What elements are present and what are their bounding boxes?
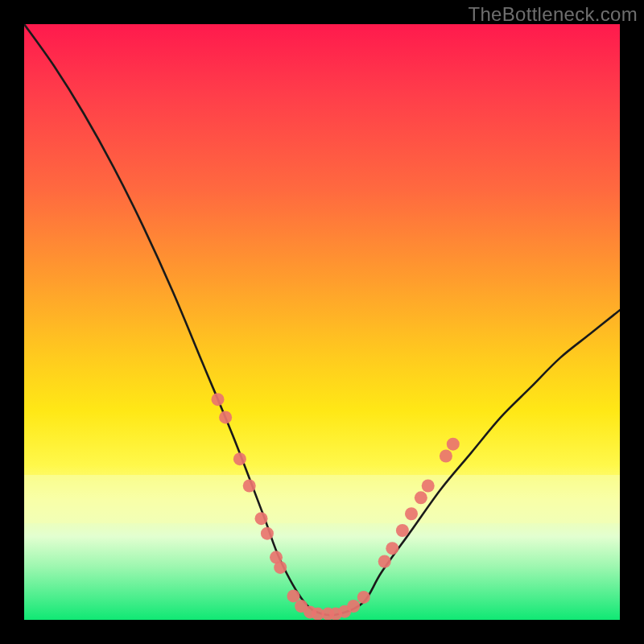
curve-dot bbox=[219, 411, 232, 423]
bottleneck-curve bbox=[24, 24, 620, 615]
curve-dot bbox=[422, 480, 435, 493]
curve-dot bbox=[243, 480, 256, 493]
curve-dot bbox=[287, 589, 299, 602]
chart-svg bbox=[24, 24, 620, 620]
curve-dot bbox=[396, 524, 409, 537]
chart-frame: TheBottleneck.com bbox=[0, 0, 644, 644]
curve-dot bbox=[274, 561, 287, 574]
curve-dot bbox=[212, 393, 225, 406]
glow-band bbox=[24, 475, 620, 523]
curve-dot bbox=[233, 452, 246, 465]
curve-dot bbox=[378, 555, 391, 568]
curve-dot bbox=[447, 438, 460, 451]
plot-area bbox=[24, 24, 620, 620]
curve-dot bbox=[405, 507, 418, 520]
curve-dot bbox=[255, 512, 268, 525]
watermark-text: TheBottleneck.com bbox=[468, 3, 638, 26]
curve-dot bbox=[347, 600, 360, 613]
curve-dot bbox=[357, 591, 370, 604]
curve-dot bbox=[440, 450, 452, 463]
curve-dot bbox=[386, 542, 398, 555]
curve-dot bbox=[261, 527, 274, 540]
curve-dot bbox=[415, 491, 427, 504]
